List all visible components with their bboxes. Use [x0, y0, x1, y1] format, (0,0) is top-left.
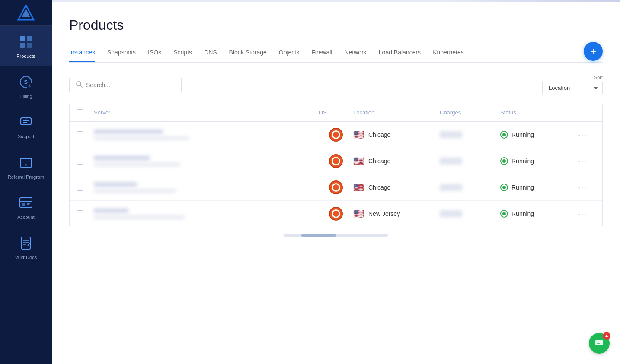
tab-firewall[interactable]: Firewall — [311, 44, 332, 62]
row-4-server-detail — [94, 215, 185, 219]
sidebar-item-billing-label: Billing — [19, 94, 32, 99]
row-2-status-dot — [500, 157, 508, 165]
scrollbar-thumb[interactable] — [301, 234, 336, 237]
row-2-status-text: Running — [511, 158, 534, 165]
row-1-more-button[interactable]: ··· — [578, 130, 587, 139]
row-3-os — [319, 180, 353, 194]
row-4-status: Running — [500, 210, 578, 218]
add-instance-button[interactable]: + — [584, 42, 603, 61]
sidebar-item-support-label: Support — [18, 134, 35, 139]
sidebar-item-support[interactable]: ✕ Support — [0, 106, 52, 146]
row-2-charges-bar — [440, 158, 462, 165]
row-1-status-dot — [500, 131, 508, 139]
header-location: Location — [353, 109, 440, 116]
row-4-checkbox-cell — [77, 210, 94, 217]
sidebar-item-products[interactable]: Products — [0, 26, 52, 66]
row-1-checkbox[interactable] — [77, 131, 83, 138]
svg-rect-18 — [20, 198, 32, 207]
header-os: OS — [319, 109, 353, 116]
row-2-server-name — [94, 156, 150, 160]
svg-rect-20 — [22, 203, 25, 206]
row-3-checkbox[interactable] — [77, 184, 83, 191]
sidebar-item-products-label: Products — [16, 54, 35, 59]
tab-objects[interactable]: Objects — [279, 44, 299, 62]
row-3-status-dot-inner — [502, 186, 506, 189]
svg-line-29 — [80, 85, 82, 87]
referral-icon: ✕ — [17, 154, 35, 172]
table-header: Server OS Location Charges Status — [70, 104, 602, 122]
scrollbar-track — [284, 234, 388, 237]
table-row: 🇺🇸 New Jersey Running ··· — [70, 201, 602, 227]
svg-rect-23 — [22, 237, 30, 249]
select-all-checkbox[interactable] — [77, 109, 83, 116]
ubuntu-icon-2 — [329, 154, 343, 168]
row-1-charges-bar — [440, 131, 462, 138]
sidebar-item-docs-label: Vultr Docs — [15, 255, 37, 260]
tab-network[interactable]: Network — [344, 44, 366, 62]
tab-instances[interactable]: Instances — [69, 44, 95, 62]
row-2-checkbox[interactable] — [77, 158, 83, 165]
row-3-server-detail — [94, 189, 176, 193]
svg-rect-4 — [20, 43, 25, 48]
ubuntu-icon-4 — [329, 207, 343, 221]
toolbar: Sort Location Name Status Charges — [69, 75, 603, 95]
billing-icon: $ $ — [17, 73, 35, 91]
main-content: Products Instances Snapshots ISOs Script… — [52, 0, 620, 364]
sidebar-item-account-label: Account — [17, 215, 35, 220]
header-actions — [578, 109, 595, 116]
row-4-status-dot-inner — [502, 212, 506, 215]
chat-button[interactable]: 4 — [589, 333, 610, 354]
tabs-bar: Instances Snapshots ISOs Scripts DNS Blo… — [69, 44, 603, 63]
tab-load-balancers[interactable]: Load Balancers — [379, 44, 421, 62]
tab-kubernetes[interactable]: Kubernetes — [433, 44, 464, 62]
search-input[interactable] — [86, 82, 175, 89]
tab-scripts[interactable]: Scripts — [173, 44, 192, 62]
row-3-status-dot — [500, 184, 508, 191]
row-2-server — [94, 156, 319, 166]
svg-text:✕: ✕ — [25, 163, 27, 166]
sidebar-item-account[interactable]: Account — [0, 187, 52, 227]
row-3-more-button[interactable]: ··· — [578, 183, 587, 192]
row-2-location-text: Chicago — [368, 158, 390, 165]
row-4-status-dot — [500, 210, 508, 218]
row-2-status-dot-inner — [502, 159, 506, 163]
row-1-more-cell: ··· — [578, 130, 595, 139]
sort-wrap: Sort Location Name Status Charges — [542, 75, 603, 95]
row-4-server-name — [94, 209, 128, 213]
svg-rect-3 — [27, 36, 32, 41]
search-box[interactable] — [69, 77, 182, 93]
row-4-flag: 🇺🇸 — [353, 209, 364, 219]
tab-block-storage[interactable]: Block Storage — [229, 44, 267, 62]
row-2-checkbox-cell — [77, 158, 94, 165]
row-4-charges-bar — [440, 210, 462, 217]
row-4-location-text: New Jersey — [368, 210, 400, 217]
sidebar-item-referral[interactable]: ✕ Referral Program — [0, 147, 52, 187]
tab-isos[interactable]: ISOs — [148, 44, 161, 62]
svg-rect-2 — [20, 36, 25, 41]
row-1-server-name — [94, 130, 163, 134]
tab-dns[interactable]: DNS — [204, 44, 217, 62]
row-1-os — [319, 128, 353, 142]
row-4-more-button[interactable]: ··· — [578, 209, 587, 218]
row-3-location: 🇺🇸 Chicago — [353, 182, 440, 193]
chat-badge: 4 — [603, 332, 610, 340]
header-status: Status — [500, 109, 578, 116]
instances-table: Server OS Location Charges Status — [69, 104, 603, 227]
docs-icon — [17, 234, 35, 252]
row-2-more-button[interactable]: ··· — [578, 157, 587, 166]
account-icon — [17, 194, 35, 212]
row-4-location: 🇺🇸 New Jersey — [353, 209, 440, 219]
logo[interactable] — [0, 0, 52, 26]
row-3-flag: 🇺🇸 — [353, 182, 364, 193]
row-2-more-cell: ··· — [578, 157, 595, 166]
sidebar-item-billing[interactable]: $ $ Billing — [0, 66, 52, 106]
row-3-server-name — [94, 182, 137, 187]
sort-select[interactable]: Location Name Status Charges — [542, 81, 603, 95]
tab-snapshots[interactable]: Snapshots — [107, 44, 136, 62]
row-4-status-text: Running — [511, 210, 534, 217]
row-2-flag: 🇺🇸 — [353, 156, 364, 166]
ubuntu-icon-3 — [329, 180, 343, 194]
sidebar-item-docs[interactable]: Vultr Docs — [0, 227, 52, 267]
row-3-charges-bar — [440, 184, 462, 191]
row-4-checkbox[interactable] — [77, 210, 83, 217]
